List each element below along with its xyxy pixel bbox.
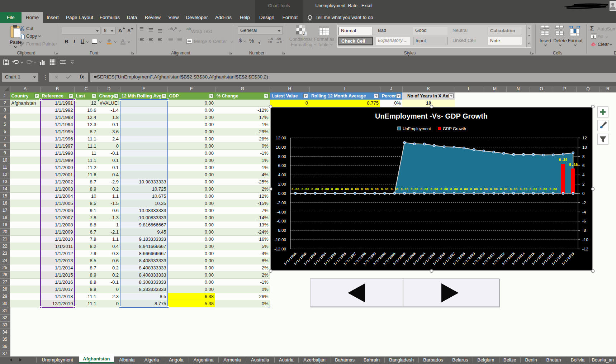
svg-text:UnEmployment: UnEmployment (403, 126, 431, 131)
svg-text:6.00: 6.00 (278, 163, 286, 168)
svg-text:10: 10 (582, 145, 587, 149)
svg-text:0.00: 0.00 (490, 187, 498, 191)
svg-text:0.00: 0.00 (480, 187, 488, 191)
svg-text:0.00: 0.00 (430, 187, 438, 191)
svg-text:GDP Growth: GDP Growth (443, 126, 466, 131)
svg-text:UnEmployment -Vs- GDP Growth: UnEmployment -Vs- GDP Growth (375, 112, 488, 120)
svg-text:0.00: 0.00 (292, 187, 299, 191)
svg-text:-2.00: -2.00 (277, 200, 286, 205)
svg-text:6.38: 6.38 (559, 158, 568, 162)
svg-text:0.00: 0.00 (539, 187, 547, 191)
svg-text:-10: -10 (582, 238, 588, 242)
svg-text:6: 6 (582, 163, 584, 168)
svg-text:4: 4 (582, 173, 585, 177)
svg-text:0.00: 0.00 (278, 191, 286, 195)
svg-text:-2: -2 (582, 200, 586, 205)
svg-text:0.00: 0.00 (391, 187, 399, 191)
svg-text:-6.00: -6.00 (277, 219, 286, 223)
svg-text:0.00: 0.00 (311, 187, 319, 191)
svg-text:≠: ≠ (303, 31, 305, 36)
svg-text:0.00: 0.00 (510, 187, 517, 191)
svg-text:0.00: 0.00 (381, 187, 389, 191)
svg-text:0.00: 0.00 (302, 187, 309, 191)
svg-text:0.00: 0.00 (421, 187, 428, 191)
svg-text:0.00: 0.00 (411, 187, 418, 191)
svg-text:0.00: 0.00 (470, 187, 478, 191)
svg-text:12.00: 12.00 (276, 135, 286, 140)
svg-text:8.00: 8.00 (278, 154, 286, 158)
svg-text:0.00: 0.00 (401, 187, 408, 191)
svg-text:0.00: 0.00 (549, 187, 557, 191)
svg-text:0.00: 0.00 (321, 187, 329, 191)
svg-text:0.00: 0.00 (460, 187, 468, 191)
svg-text:5.38: 5.38 (569, 163, 578, 167)
svg-text:-12: -12 (582, 246, 588, 251)
svg-text:0.00: 0.00 (440, 187, 448, 191)
svg-text:0.00: 0.00 (351, 187, 359, 191)
svg-text:8: 8 (582, 154, 584, 158)
svg-text:-12.00: -12.00 (274, 246, 286, 251)
svg-text:2: 2 (582, 182, 584, 186)
svg-text:10.00: 10.00 (276, 145, 286, 149)
svg-text:-6: -6 (582, 219, 586, 223)
svg-text:0.00: 0.00 (361, 187, 369, 191)
svg-text:2.00: 2.00 (278, 182, 286, 186)
svg-text:0.00: 0.00 (520, 187, 527, 191)
svg-text:4.00: 4.00 (278, 173, 286, 177)
svg-text:12: 12 (582, 135, 587, 140)
svg-text:0.00: 0.00 (331, 187, 339, 191)
svg-text:0.00: 0.00 (341, 187, 349, 191)
svg-text:-8.00: -8.00 (277, 228, 286, 233)
svg-text:-4.00: -4.00 (277, 210, 286, 214)
svg-text:0.00: 0.00 (450, 187, 458, 191)
svg-text:-4: -4 (582, 210, 586, 214)
svg-text:0.00: 0.00 (530, 187, 537, 191)
svg-text:0: 0 (582, 191, 584, 195)
svg-text:-10.00: -10.00 (274, 238, 286, 242)
svg-text:0.00: 0.00 (500, 187, 508, 191)
svg-text:-8: -8 (582, 228, 586, 233)
svg-text:0.00: 0.00 (371, 187, 379, 191)
